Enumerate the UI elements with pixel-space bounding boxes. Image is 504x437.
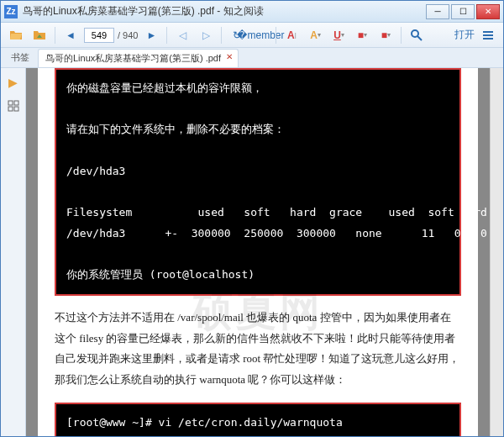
terminal-line bbox=[66, 245, 449, 266]
sidebar-thumbnails-button[interactable] bbox=[6, 98, 21, 113]
terminal-line: 你的磁盘容量已经超过本机的容许限额， bbox=[66, 78, 449, 99]
terminal-block-2: [root@www ~]# vi /etc/cron.daily/warnquo… bbox=[55, 403, 461, 436]
window-controls: ─ ☐ ✕ bbox=[426, 4, 500, 19]
terminal-header-line: Filesystem used soft hard grace used sof… bbox=[66, 203, 449, 224]
toolbar: ◄ / 940 ► ◁ ▷ ↻ �member A| A▾ U▾ ■▾ ■▾ 打… bbox=[1, 23, 503, 48]
terminal-line: /usr/sbin/warnquota bbox=[66, 433, 449, 436]
thumbnails-icon bbox=[8, 100, 19, 112]
chevron-right-icon: ▶ bbox=[8, 76, 18, 89]
terminal-block-1: 你的磁盘容量已经超过本机的容许限额， 请在如下的文件系统中，删除不必要的档案： … bbox=[55, 68, 461, 296]
svg-rect-4 bbox=[483, 38, 493, 39]
terminal-line: [root@www ~]# vi /etc/cron.daily/warnquo… bbox=[66, 413, 449, 434]
separator bbox=[166, 27, 167, 44]
document-tab[interactable]: 鸟哥的Linux私房菜基础学习篇(第三版) .pdf ✕ bbox=[38, 49, 239, 67]
terminal-line: /dev/hda3 bbox=[66, 161, 449, 182]
text-tool-button[interactable]: A| bbox=[281, 25, 302, 45]
underline-tool-button[interactable]: U▾ bbox=[328, 25, 349, 45]
close-button[interactable]: ✕ bbox=[476, 4, 500, 19]
highlight-tool-button[interactable]: A▾ bbox=[305, 25, 325, 45]
color-swatch-icon: ■ bbox=[381, 29, 387, 41]
bookmark-label[interactable]: 书签 bbox=[6, 48, 34, 67]
tabbar: 书签 鸟哥的Linux私房菜基础学习篇(第三版) .pdf ✕ bbox=[1, 48, 503, 68]
svg-rect-2 bbox=[483, 31, 493, 33]
tab-close-icon[interactable]: ✕ bbox=[224, 52, 234, 62]
underline-icon: U bbox=[333, 29, 341, 41]
terminal-line bbox=[66, 182, 449, 203]
maximize-button[interactable]: ☐ bbox=[451, 4, 475, 19]
triangle-left-icon: ◁ bbox=[179, 29, 186, 41]
titlebar: Zz 鸟哥的Linux私房菜基础学习篇(第三版) .pdf - 知之阅读 ─ ☐… bbox=[1, 1, 503, 23]
terminal-line: 请在如下的文件系统中，删除不必要的档案： bbox=[66, 119, 449, 140]
separator bbox=[55, 27, 55, 44]
vertical-scrollbar[interactable] bbox=[490, 68, 503, 436]
svg-rect-6 bbox=[14, 101, 18, 105]
document-viewport[interactable]: 硕夏网 你的磁盘容量已经超过本机的容许限额， 请在如下的文件系统中，删除不必要的… bbox=[26, 68, 490, 436]
separator bbox=[401, 27, 402, 44]
body-paragraph: 不过这个方法并不适用在 /var/spool/mail 也爆表的 quota 控… bbox=[55, 308, 461, 391]
page-number-input[interactable] bbox=[84, 28, 114, 43]
nav-forward-button[interactable]: ▷ bbox=[196, 25, 216, 45]
triangle-right-icon: ▷ bbox=[202, 29, 210, 41]
color1-button[interactable]: ■▾ bbox=[352, 25, 372, 45]
fit-button[interactable]: �member bbox=[250, 25, 270, 45]
text-ab-icon: A bbox=[310, 29, 318, 41]
app-icon: Zz bbox=[4, 5, 18, 18]
prev-page-button[interactable]: ◄ bbox=[60, 25, 81, 45]
arrow-right-icon: ► bbox=[147, 29, 157, 41]
color-swatch-icon: ■ bbox=[358, 29, 364, 41]
minimize-button[interactable]: ─ bbox=[426, 4, 449, 19]
terminal-line: 你的系统管理员 (root@localhost) bbox=[66, 265, 449, 286]
terminal-data-line: /dev/hda3 +- 300000 250000 300000 none 1… bbox=[66, 224, 449, 245]
svg-rect-7 bbox=[8, 107, 13, 111]
sidebar: ▶ bbox=[1, 68, 26, 436]
terminal-line bbox=[66, 140, 449, 161]
text-a-icon: A bbox=[287, 29, 295, 41]
svg-line-1 bbox=[417, 36, 422, 40]
separator bbox=[276, 27, 276, 44]
arrow-left-icon: ◄ bbox=[66, 29, 76, 41]
fit-page-icon: �member bbox=[237, 29, 284, 41]
folder-open-icon bbox=[9, 29, 23, 42]
search-icon bbox=[410, 29, 423, 42]
search-button[interactable] bbox=[407, 25, 427, 45]
svg-rect-3 bbox=[483, 34, 493, 36]
tab-title: 鸟哥的Linux私房菜基础学习篇(第三版) .pdf bbox=[45, 53, 221, 63]
content-area: ▶ 硕夏网 你的磁盘容量已经超过本机的容许限额， 请在如下的文件系统中，删除不必… bbox=[1, 68, 503, 436]
next-page-button[interactable]: ► bbox=[141, 25, 161, 45]
svg-rect-5 bbox=[8, 101, 13, 105]
menu-icon bbox=[481, 29, 495, 42]
page-total-label: / 940 bbox=[118, 30, 138, 40]
svg-point-0 bbox=[412, 30, 418, 37]
terminal-line bbox=[66, 99, 449, 120]
menu-button[interactable] bbox=[478, 25, 498, 45]
recent-button[interactable] bbox=[29, 25, 50, 45]
separator bbox=[221, 27, 222, 44]
svg-rect-8 bbox=[14, 107, 18, 111]
sidebar-nav-button[interactable]: ▶ bbox=[6, 75, 21, 90]
window-title: 鸟哥的Linux私房菜基础学习篇(第三版) .pdf - 知之阅读 bbox=[23, 4, 426, 18]
folder-down-icon bbox=[33, 29, 46, 42]
open-link[interactable]: 打开 bbox=[454, 28, 475, 42]
color2-button[interactable]: ■▾ bbox=[375, 25, 396, 45]
app-window: Zz 鸟哥的Linux私房菜基础学习篇(第三版) .pdf - 知之阅读 ─ ☐… bbox=[0, 0, 504, 437]
open-file-button[interactable] bbox=[6, 25, 26, 45]
nav-back-button[interactable]: ◁ bbox=[172, 25, 192, 45]
pdf-page: 硕夏网 你的磁盘容量已经超过本机的容许限额， 请在如下的文件系统中，删除不必要的… bbox=[38, 68, 478, 436]
